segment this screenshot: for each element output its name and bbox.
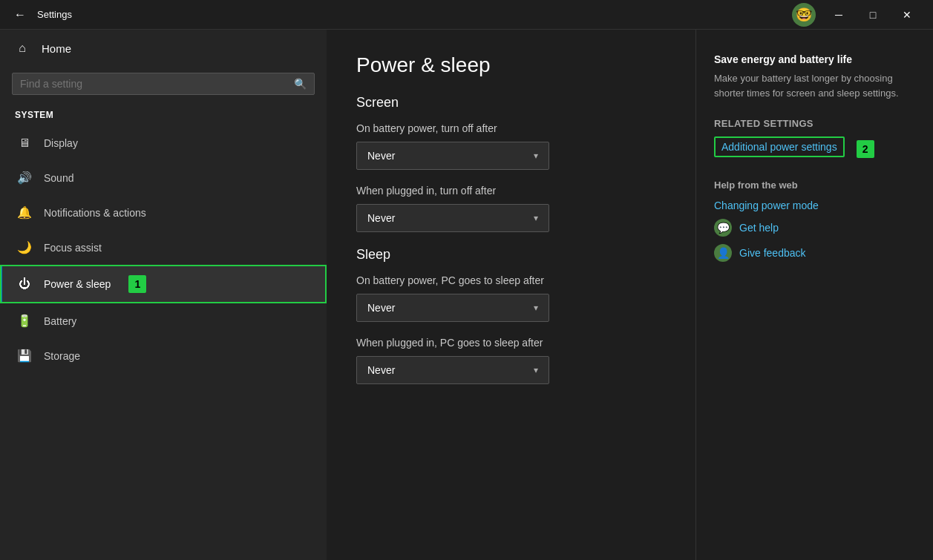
page-title: Power & sleep	[356, 53, 666, 77]
display-icon: 🖥	[17, 136, 32, 150]
sidebar-item-storage[interactable]: 💾 Storage	[0, 338, 327, 373]
sidebar-item-storage-label: Storage	[44, 350, 80, 362]
sidebar-section-label: System	[0, 107, 327, 126]
screen-section-title: Screen	[356, 95, 666, 111]
sidebar-item-focus-label: Focus assist	[44, 242, 102, 254]
give-feedback-item: 👤 Give feedback	[714, 244, 915, 262]
sleep-plugged-arrow: ▾	[534, 365, 538, 375]
sleep-section: Sleep On battery power, PC goes to sleep…	[356, 247, 666, 384]
sidebar-item-sound[interactable]: 🔊 Sound	[0, 160, 327, 195]
close-button[interactable]: ✕	[890, 3, 924, 27]
screen-battery-label: On battery power, turn off after	[356, 122, 666, 134]
right-panel: Save energy and battery life Make your b…	[695, 30, 933, 560]
sleep-plugged-label: When plugged in, PC goes to sleep after	[356, 337, 666, 349]
help-heading: Help from the web	[714, 179, 915, 191]
additional-power-link[interactable]: Additional power settings	[714, 136, 845, 157]
content-area: Power & sleep Screen On battery power, t…	[327, 30, 933, 560]
main-layout: ⌂ Home 🔍 System 🖥 Display 🔊 Sound 🔔 Noti…	[0, 30, 933, 560]
sidebar-item-battery-label: Battery	[44, 315, 76, 327]
sound-icon: 🔊	[17, 171, 32, 185]
sidebar-item-battery[interactable]: 🔋 Battery	[0, 303, 327, 338]
sleep-battery-dropdown[interactable]: Never ▾	[356, 294, 549, 322]
sidebar: ⌂ Home 🔍 System 🖥 Display 🔊 Sound 🔔 Noti…	[0, 30, 327, 560]
changing-power-link[interactable]: Changing power mode	[714, 200, 915, 211]
sleep-battery-arrow: ▾	[534, 303, 538, 313]
get-help-link[interactable]: Get help	[739, 222, 779, 234]
sidebar-item-power[interactable]: ⏻ Power & sleep 1	[0, 265, 327, 303]
search-input[interactable]	[20, 78, 288, 90]
focus-icon: 🌙	[17, 240, 32, 254]
give-feedback-icon: 👤	[714, 244, 732, 262]
home-label: Home	[42, 42, 71, 55]
titlebar: ← Settings 🤓 ─ □ ✕	[0, 0, 933, 30]
screen-battery-dropdown[interactable]: Never ▾	[356, 142, 549, 170]
avatar: 🤓	[792, 3, 816, 27]
search-icon: 🔍	[294, 78, 307, 90]
sidebar-item-focus[interactable]: 🌙 Focus assist	[0, 230, 327, 265]
power-sleep-badge: 1	[128, 275, 146, 293]
screen-plugged-arrow: ▾	[534, 213, 538, 223]
save-energy-desc: Make your battery last longer by choosin…	[714, 71, 915, 100]
power-icon: ⏻	[17, 277, 32, 291]
sleep-battery-label: On battery power, PC goes to sleep after	[356, 274, 666, 286]
save-energy-heading: Save energy and battery life	[714, 53, 915, 65]
related-settings-heading: Related settings	[714, 118, 915, 129]
back-button[interactable]: ←	[9, 4, 31, 26]
sidebar-item-notifications[interactable]: 🔔 Notifications & actions	[0, 195, 327, 230]
sidebar-item-sound-label: Sound	[44, 172, 73, 184]
screen-plugged-label: When plugged in, turn off after	[356, 185, 666, 197]
sidebar-item-display-label: Display	[44, 137, 78, 149]
home-icon: ⌂	[15, 42, 30, 55]
screen-battery-arrow: ▾	[534, 151, 538, 161]
window-controls: ─ □ ✕	[822, 3, 924, 27]
sleep-plugged-dropdown[interactable]: Never ▾	[356, 356, 549, 384]
search-box: 🔍	[12, 73, 315, 95]
minimize-button[interactable]: ─	[822, 3, 856, 27]
sidebar-item-notifications-label: Notifications & actions	[44, 207, 146, 219]
notifications-icon: 🔔	[17, 205, 32, 220]
sidebar-item-home[interactable]: ⌂ Home	[0, 30, 327, 67]
screen-plugged-dropdown[interactable]: Never ▾	[356, 204, 549, 232]
main-content: Power & sleep Screen On battery power, t…	[327, 30, 695, 560]
give-feedback-link[interactable]: Give feedback	[739, 247, 806, 259]
screen-plugged-value: Never	[367, 212, 395, 224]
window-title: Settings	[37, 9, 792, 20]
sleep-plugged-value: Never	[367, 364, 395, 376]
screen-battery-value: Never	[367, 150, 395, 162]
sleep-section-title: Sleep	[356, 247, 666, 263]
maximize-button[interactable]: □	[856, 3, 890, 27]
battery-icon: 🔋	[17, 314, 32, 328]
additional-power-badge: 2	[857, 140, 874, 158]
get-help-item: 💬 Get help	[714, 219, 915, 237]
sleep-battery-value: Never	[367, 302, 395, 314]
storage-icon: 💾	[17, 349, 32, 363]
get-help-icon: 💬	[714, 219, 732, 237]
sidebar-item-power-label: Power & sleep	[44, 278, 111, 290]
sidebar-item-display[interactable]: 🖥 Display	[0, 126, 327, 160]
